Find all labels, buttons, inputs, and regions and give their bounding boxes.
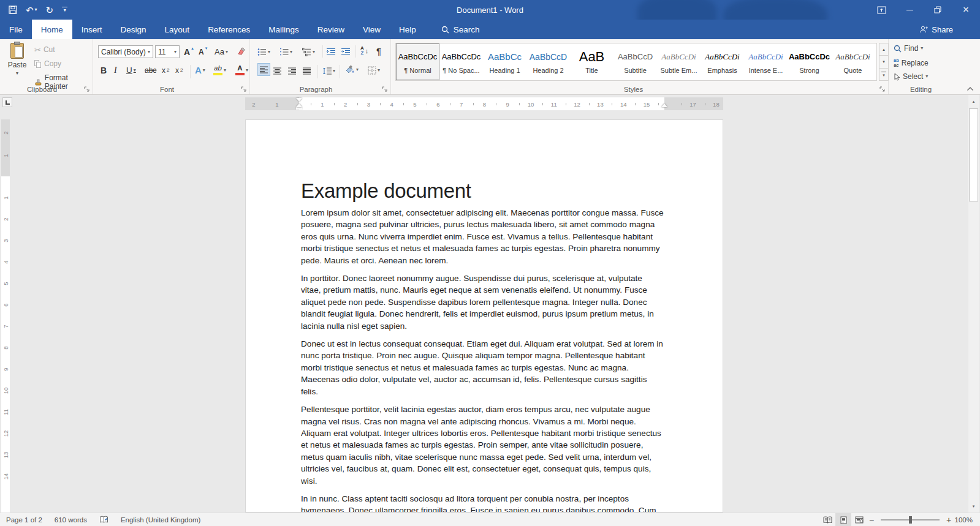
style-strong[interactable]: AaBbCcDc Strong <box>788 43 831 80</box>
paragraph-2[interactable]: In porttitor. Donec laoreet nonummy augu… <box>301 272 664 332</box>
underline-caret[interactable]: ▾ <box>134 68 136 73</box>
underline-button[interactable]: U ▾ <box>126 64 136 77</box>
style-title[interactable]: AaB Title <box>570 43 613 80</box>
first-line-indent-marker[interactable] <box>296 98 302 102</box>
tab-stop-selector[interactable] <box>2 97 12 107</box>
style-emphasis[interactable]: AaBbCcDi Emphasis <box>701 43 744 80</box>
shrink-font-button[interactable]: A ▾ <box>199 45 207 58</box>
undo-dropdown-caret[interactable]: ▾ <box>35 7 37 12</box>
zoom-in-button[interactable]: + <box>944 515 953 525</box>
read-mode-button[interactable] <box>819 513 835 526</box>
grow-font-button[interactable]: A ▴ <box>184 45 194 58</box>
line-spacing-caret[interactable]: ▾ <box>333 69 335 73</box>
tab-design[interactable]: Design <box>112 20 156 39</box>
style-no-spacing[interactable]: AaBbCcDc ¶ No Spac... <box>439 43 483 80</box>
font-size-select[interactable]: 11 ▾ <box>155 45 180 58</box>
scroll-up-button[interactable]: ▴ <box>968 96 979 107</box>
zoom-out-button[interactable]: − <box>867 515 876 525</box>
paste-dropdown-caret[interactable]: ▾ <box>16 71 18 76</box>
style-heading-2[interactable]: AaBbCcD Heading 2 <box>526 43 570 80</box>
font-color-caret[interactable]: ▾ <box>246 68 248 73</box>
v-ruler[interactable]: 211234567891011121314 <box>1 119 10 513</box>
font-family-select[interactable]: Calibri (Body) ▾ <box>98 45 153 58</box>
align-right-button[interactable] <box>288 64 296 77</box>
shading-button[interactable]: ▾ <box>344 63 359 76</box>
line-spacing-button[interactable]: ▾ <box>322 64 335 77</box>
style-intense-emphasis[interactable]: AaBbCcDi Intense E... <box>744 43 788 80</box>
change-case-button[interactable]: Aa ▾ <box>215 45 228 58</box>
language-indicator[interactable]: English (United Kingdom) <box>115 516 207 524</box>
tab-review[interactable]: Review <box>308 20 354 39</box>
search-box[interactable]: Search <box>435 20 486 39</box>
style-normal[interactable]: AaBbCcDc ¶ Normal <box>396 43 439 80</box>
style-subtitle[interactable]: AaBbCcD Subtitle <box>613 43 657 80</box>
superscript-button[interactable]: x2 <box>175 64 183 77</box>
bullets-caret[interactable]: ▾ <box>268 50 270 54</box>
justify-button[interactable] <box>303 64 311 77</box>
styles-more-button[interactable]: ▾ <box>879 69 889 81</box>
numbering-caret[interactable]: ▾ <box>290 50 292 54</box>
document-page[interactable]: Example document Lorem ipsum dolor sit a… <box>245 119 723 513</box>
italic-button[interactable]: I <box>114 64 117 77</box>
copy-button[interactable]: Copy <box>34 59 61 68</box>
styles-scroll-down-button[interactable]: ▾ <box>879 56 889 68</box>
web-layout-button[interactable] <box>851 513 867 526</box>
find-button[interactable]: Find ▾ <box>894 44 923 53</box>
scrollbar-thumb[interactable] <box>969 108 978 201</box>
zoom-level[interactable]: 100% <box>953 516 980 524</box>
find-caret[interactable]: ▾ <box>921 46 923 51</box>
highlight-caret[interactable]: ▾ <box>224 68 226 73</box>
highlight-button[interactable]: ab ▾ <box>213 64 226 77</box>
collapse-ribbon-button[interactable] <box>967 86 974 91</box>
text-effects-caret[interactable]: ▾ <box>203 68 205 73</box>
show-hide-formatting-button[interactable]: ¶ <box>376 45 381 58</box>
style-quote[interactable]: AaBbCcDi Quote <box>831 43 875 80</box>
paragraph-5[interactable]: In in nunc. Class aptent taciti sociosqu… <box>301 493 664 513</box>
word-count[interactable]: 610 words <box>48 516 93 524</box>
clear-formatting-button[interactable] <box>237 44 246 57</box>
styles-scroll-up-button[interactable]: ▴ <box>879 43 889 56</box>
save-button[interactable] <box>9 6 17 14</box>
vertical-scrollbar[interactable]: ▴ ▾ <box>968 95 979 513</box>
tab-mailings[interactable]: Mailings <box>259 20 308 39</box>
paragraph-dialog-launcher[interactable] <box>382 86 388 92</box>
page-indicator[interactable]: Page 1 of 2 <box>0 516 48 524</box>
decrease-indent-button[interactable] <box>326 45 336 58</box>
strikethrough-button[interactable]: abc <box>145 64 156 77</box>
scroll-down-button[interactable]: ▾ <box>968 501 979 511</box>
style-subtle-emphasis[interactable]: AaBbCcDi Subtle Em... <box>657 43 701 80</box>
tab-home[interactable]: Home <box>32 20 72 39</box>
tab-layout[interactable]: Layout <box>156 20 199 39</box>
paste-button[interactable]: Paste ▾ <box>5 43 29 76</box>
share-button[interactable]: Share <box>919 20 953 39</box>
zoom-slider[interactable] <box>881 519 940 520</box>
cut-button[interactable]: ✂ Cut <box>34 45 55 54</box>
borders-button[interactable]: ▾ <box>368 64 380 77</box>
select-caret[interactable]: ▾ <box>925 74 928 79</box>
bold-button[interactable]: B <box>101 64 107 77</box>
undo-button[interactable]: ↶ ▾ <box>26 6 37 15</box>
increase-indent-button[interactable] <box>341 45 351 58</box>
text-effects-button[interactable]: A ▾ <box>195 64 205 77</box>
replace-button[interactable]: ab ac Replace <box>894 58 929 67</box>
proofing-status-button[interactable] <box>93 516 115 524</box>
print-layout-button[interactable] <box>835 513 851 526</box>
borders-caret[interactable]: ▾ <box>378 68 380 73</box>
tab-insert[interactable]: Insert <box>72 20 112 39</box>
style-heading-1[interactable]: AaBbCc Heading 1 <box>483 43 526 80</box>
tab-references[interactable]: References <box>199 20 259 39</box>
clipboard-dialog-launcher[interactable] <box>84 86 90 92</box>
ribbon-display-options-button[interactable] <box>867 0 895 20</box>
h-ruler[interactable]: 211234567891011121314151718 <box>245 97 723 110</box>
sort-button[interactable]: A Z ↓ <box>360 44 368 57</box>
numbering-button[interactable]: ▾ <box>279 45 292 58</box>
tab-view[interactable]: View <box>354 20 390 39</box>
paragraph-3[interactable]: Donec ut est in lectus consequat consequ… <box>301 338 664 397</box>
font-color-button[interactable]: A ▾ <box>235 64 248 77</box>
paragraph-4[interactable]: Pellentesque porttitor, velit lacinia eg… <box>301 404 664 487</box>
align-center-button[interactable] <box>273 64 281 77</box>
shading-caret[interactable]: ▾ <box>356 67 359 72</box>
hanging-indent-marker[interactable] <box>296 103 302 110</box>
document-title[interactable]: Example document <box>301 179 664 203</box>
close-button[interactable]: × <box>952 0 980 20</box>
